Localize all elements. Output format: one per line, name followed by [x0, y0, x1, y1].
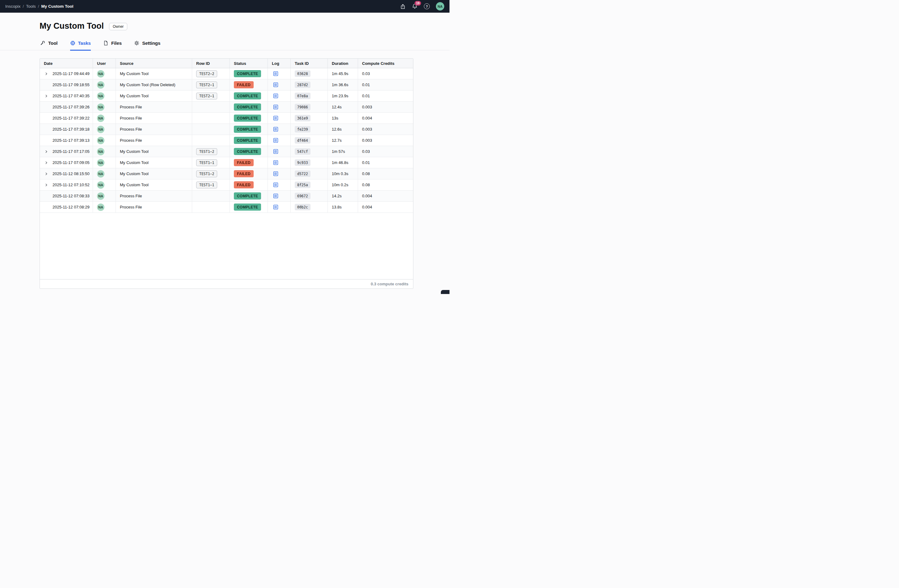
expand-chevron-icon[interactable]	[45, 183, 48, 187]
table-body: 2025-11-17 09:44:49 NA My Custom Tool TE…	[40, 68, 413, 213]
row-user-avatar: NA	[97, 93, 104, 100]
task-source: Process File	[120, 138, 142, 143]
task-source: My Custom Tool	[120, 182, 148, 187]
task-source: Process File	[120, 194, 142, 198]
task-source: Process File	[120, 105, 142, 109]
log-icon[interactable]	[273, 160, 279, 165]
log-icon[interactable]	[273, 193, 279, 199]
row-id-badge: TEST1–1	[196, 182, 217, 188]
expand-chevron-icon[interactable]	[45, 150, 48, 153]
expand-chevron-icon[interactable]	[45, 161, 48, 165]
column-header: Compute Credits	[358, 59, 413, 68]
tab-label: Tool	[48, 40, 58, 46]
log-icon[interactable]	[273, 148, 279, 154]
log-icon[interactable]	[273, 93, 279, 99]
table-header: DateUserSourceRow IDStatusLogTask IDDura…	[40, 59, 413, 68]
tab-tasks[interactable]: Tasks	[70, 40, 91, 51]
breadcrumb-tools[interactable]: Tools	[26, 4, 36, 9]
page-header: My Custom Tool Owner	[40, 21, 450, 31]
log-icon[interactable]	[273, 137, 279, 143]
top-bar: Inscopix / Tools / My Custom Tool 19 ? N…	[0, 0, 450, 13]
status-badge: COMPLETE	[234, 192, 261, 199]
task-date: 2025-11-17 07:39:22	[53, 116, 90, 120]
task-id-badge: fe239	[295, 126, 310, 133]
row-id-badge: TEST2–2	[196, 70, 217, 77]
task-id-badge: 00b2c	[295, 204, 310, 210]
column-header: Duration	[327, 59, 358, 68]
task-date: 2025-11-17 07:39:26	[53, 105, 90, 109]
task-id-badge: 9c933	[295, 159, 310, 166]
share-icon[interactable]	[400, 4, 406, 9]
tab-settings[interactable]: Settings	[134, 40, 160, 51]
expand-chevron-icon[interactable]	[45, 72, 48, 76]
task-id-badge: 361e9	[295, 115, 310, 121]
compute-credits: 0.003	[362, 105, 372, 109]
row-user-avatar: NA	[97, 81, 104, 89]
user-avatar[interactable]: NA	[436, 2, 444, 11]
task-source: My Custom Tool	[120, 160, 148, 165]
log-icon[interactable]	[273, 82, 279, 88]
table-row: 2025-11-12 07:08:29 NA Process File COMP…	[40, 202, 413, 213]
table-row: 2025-11-17 09:44:49 NA My Custom Tool TE…	[40, 68, 413, 79]
status-badge: COMPLETE	[234, 126, 261, 133]
task-duration: 13.8s	[332, 205, 342, 209]
tab-tool[interactable]: Tool	[40, 40, 58, 51]
expand-chevron-icon[interactable]	[45, 94, 48, 98]
table-row: 2025-11-17 09:18:55 NA My Custom Tool (R…	[40, 79, 413, 91]
task-id-badge: 8f25a	[295, 182, 310, 188]
column-header: User	[93, 59, 116, 68]
column-header: Log	[267, 59, 290, 68]
task-duration: 10m 0.3s	[332, 171, 348, 176]
table-row: 2025-11-17 07:09:05 NA My Custom Tool TE…	[40, 157, 413, 168]
task-id-badge: df464	[295, 137, 310, 144]
task-id-badge: 79086	[295, 104, 310, 110]
log-icon[interactable]	[273, 204, 279, 210]
log-icon[interactable]	[273, 126, 279, 132]
column-header: Date	[40, 59, 93, 68]
gear-icon	[134, 40, 139, 46]
log-icon[interactable]	[273, 182, 279, 188]
owner-badge: Owner	[109, 23, 127, 30]
row-user-avatar: NA	[97, 159, 104, 167]
row-user-avatar: NA	[97, 103, 104, 111]
column-header: Source	[116, 59, 192, 68]
log-icon[interactable]	[273, 115, 279, 121]
compute-credits: 0.01	[362, 160, 370, 165]
table-footer: 0.3 compute credits	[40, 279, 413, 289]
total-compute-credits: 0.3 compute credits	[371, 282, 408, 286]
table-row: 2025-11-17 07:39:13 NA Process File COMP…	[40, 135, 413, 146]
row-user-avatar: NA	[97, 170, 104, 177]
table-row: 2025-11-17 07:17:05 NA My Custom Tool TE…	[40, 146, 413, 157]
tab-label: Settings	[142, 40, 160, 46]
tab-files[interactable]: Files	[103, 40, 122, 51]
status-badge: COMPLETE	[234, 204, 261, 211]
notification-count-badge: 19	[415, 1, 421, 6]
breadcrumb-separator: /	[38, 4, 39, 9]
task-source: Process File	[120, 127, 142, 131]
expand-chevron-icon[interactable]	[45, 172, 48, 176]
log-icon[interactable]	[273, 104, 279, 110]
table-row: 2025-11-12 07:08:33 NA Process File COMP…	[40, 191, 413, 202]
task-duration: 13s	[332, 116, 338, 120]
log-icon[interactable]	[273, 171, 279, 177]
compute-credits: 0.003	[362, 127, 372, 131]
task-date: 2025-11-17 09:18:55	[53, 82, 90, 87]
tasks-table: DateUserSourceRow IDStatusLogTask IDDura…	[40, 59, 413, 289]
task-source: My Custom Tool	[120, 94, 148, 98]
task-id-badge: 69672	[295, 193, 310, 199]
task-date: 2025-11-17 07:39:18	[53, 127, 90, 131]
row-user-avatar: NA	[97, 192, 104, 200]
task-source: My Custom Tool	[120, 71, 148, 76]
breadcrumb-separator: /	[23, 4, 24, 9]
file-icon	[103, 40, 108, 46]
row-id-badge: TEST2–1	[196, 93, 217, 99]
chat-widget-corner[interactable]	[441, 290, 450, 294]
notifications-bell-icon[interactable]: 19	[412, 3, 418, 9]
log-icon[interactable]	[273, 71, 279, 77]
row-user-avatar: NA	[97, 126, 104, 133]
help-icon[interactable]: ?	[424, 3, 430, 9]
column-header: Status	[230, 59, 267, 68]
compute-credits: 0.08	[362, 182, 370, 187]
task-id-badge: 287d2	[295, 82, 310, 88]
breadcrumb-inscopix[interactable]: Inscopix	[5, 4, 21, 9]
